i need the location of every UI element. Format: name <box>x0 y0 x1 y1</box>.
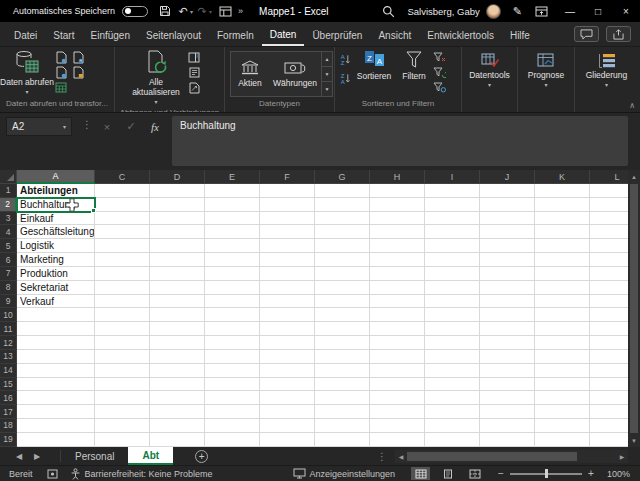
gallery-more-button[interactable]: ▼ <box>322 81 332 96</box>
cell-H6[interactable] <box>370 253 425 267</box>
close-button[interactable]: × <box>612 0 640 22</box>
ribbon-display-options-button[interactable] <box>532 2 550 20</box>
cell-H2[interactable] <box>370 198 425 212</box>
cell-D16[interactable] <box>150 391 205 405</box>
vertical-scrollbar[interactable]: ▲ ▼ <box>628 170 640 447</box>
cell-H3[interactable] <box>370 212 425 226</box>
cell-E18[interactable] <box>205 419 260 433</box>
cell-F19[interactable] <box>260 433 315 447</box>
cell-K13[interactable] <box>535 350 590 364</box>
cell-J10[interactable] <box>480 308 535 322</box>
reapply-filter-button[interactable] <box>432 66 446 79</box>
cell-G19[interactable] <box>315 433 370 447</box>
cell-G1[interactable] <box>315 184 370 198</box>
cell-C5[interactable] <box>95 239 150 253</box>
cell-G4[interactable] <box>315 225 370 239</box>
tab-formeln[interactable]: Formeln <box>209 24 262 46</box>
tab-datei[interactable]: Datei <box>6 24 45 46</box>
row-header-18[interactable]: 18 <box>0 419 17 433</box>
cell-A11[interactable] <box>17 322 95 336</box>
column-header-a[interactable]: A <box>17 170 95 184</box>
column-header-c[interactable]: C <box>95 170 150 184</box>
cell-E7[interactable] <box>205 267 260 281</box>
cell-E15[interactable] <box>205 378 260 392</box>
cell-K18[interactable] <box>535 419 590 433</box>
data-tools-button[interactable]: Datentools ▾ <box>463 47 517 90</box>
tab-ansicht[interactable]: Ansicht <box>370 24 419 46</box>
cell-G16[interactable] <box>315 391 370 405</box>
cell-I19[interactable] <box>425 433 480 447</box>
cell-D6[interactable] <box>150 253 205 267</box>
cell-K8[interactable] <box>535 281 590 295</box>
cell-C1[interactable] <box>95 184 150 198</box>
cell-L7[interactable] <box>590 267 628 281</box>
cell-I6[interactable] <box>425 253 480 267</box>
cell-F12[interactable] <box>260 336 315 350</box>
cell-A8[interactable]: Sekretariat <box>17 281 95 295</box>
zoom-slider[interactable] <box>510 473 582 475</box>
cell-D4[interactable] <box>150 225 205 239</box>
cell-F3[interactable] <box>260 212 315 226</box>
cell-J14[interactable] <box>480 364 535 378</box>
row-header-17[interactable]: 17 <box>0 405 17 419</box>
cell-A1[interactable]: Abteilungen <box>17 184 95 198</box>
name-box[interactable]: A2 ▾ <box>6 117 72 136</box>
cell-C11[interactable] <box>95 322 150 336</box>
zoom-slider-thumb[interactable] <box>545 469 548 478</box>
cell-J18[interactable] <box>480 419 535 433</box>
cell-H9[interactable] <box>370 295 425 309</box>
cell-K7[interactable] <box>535 267 590 281</box>
cell-G10[interactable] <box>315 308 370 322</box>
cell-A19[interactable] <box>17 433 95 447</box>
cell-G5[interactable] <box>315 239 370 253</box>
cell-F4[interactable] <box>260 225 315 239</box>
cell-I16[interactable] <box>425 391 480 405</box>
row-header-9[interactable]: 9 <box>0 295 17 309</box>
cell-A18[interactable] <box>17 419 95 433</box>
cell-D12[interactable] <box>150 336 205 350</box>
recent-sources-button[interactable] <box>71 51 85 64</box>
cell-A2[interactable]: Buchhaltung <box>17 198 95 212</box>
vertical-scroll-thumb[interactable] <box>630 184 638 433</box>
row-header-10[interactable]: 10 <box>0 308 17 322</box>
cell-F15[interactable] <box>260 378 315 392</box>
inking-button[interactable]: ✎ <box>513 5 522 18</box>
sort-button[interactable]: ZA Sortieren <box>352 47 396 81</box>
column-header-h[interactable]: H <box>370 170 425 184</box>
cell-J3[interactable] <box>480 212 535 226</box>
cell-E14[interactable] <box>205 364 260 378</box>
cell-E5[interactable] <box>205 239 260 253</box>
cell-J4[interactable] <box>480 225 535 239</box>
cell-C9[interactable] <box>95 295 150 309</box>
cell-L12[interactable] <box>590 336 628 350</box>
cell-I4[interactable] <box>425 225 480 239</box>
cell-L16[interactable] <box>590 391 628 405</box>
cell-F11[interactable] <box>260 322 315 336</box>
cell-D13[interactable] <box>150 350 205 364</box>
cell-L11[interactable] <box>590 322 628 336</box>
macro-record-button[interactable] <box>47 469 58 479</box>
tab-einfuegen[interactable]: Einfügen <box>82 24 137 46</box>
cell-C6[interactable] <box>95 253 150 267</box>
share-button[interactable] <box>606 26 631 42</box>
cell-D1[interactable] <box>150 184 205 198</box>
cell-D14[interactable] <box>150 364 205 378</box>
tab-start[interactable]: Start <box>45 24 82 46</box>
cell-K17[interactable] <box>535 405 590 419</box>
cell-F1[interactable] <box>260 184 315 198</box>
sort-za-button[interactable]: ZA <box>338 72 352 85</box>
cell-C3[interactable] <box>95 212 150 226</box>
minimize-button[interactable]: — <box>556 0 584 22</box>
cell-J9[interactable] <box>480 295 535 309</box>
cell-A13[interactable] <box>17 350 95 364</box>
from-web-button[interactable] <box>54 66 68 79</box>
select-all-button[interactable] <box>0 170 17 184</box>
cell-K5[interactable] <box>535 239 590 253</box>
zoom-out-button[interactable]: − <box>496 468 506 479</box>
cell-F16[interactable] <box>260 391 315 405</box>
view-page-break-button[interactable] <box>465 467 484 480</box>
row-header-8[interactable]: 8 <box>0 281 17 295</box>
cell-I8[interactable] <box>425 281 480 295</box>
cell-G12[interactable] <box>315 336 370 350</box>
cell-K11[interactable] <box>535 322 590 336</box>
